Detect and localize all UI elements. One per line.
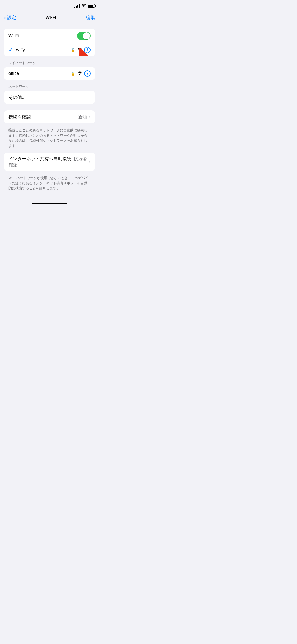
auto-join-chevron-icon: › [89,159,91,165]
office-network-icons: 🔒 i [71,70,91,77]
ask-to-join-chevron-icon: › [89,114,91,120]
svg-point-1 [79,50,80,51]
back-button[interactable]: ‹ 設定 [4,15,16,21]
ask-to-join-value-container: 通知 › [78,114,91,120]
ask-to-join-description: 接続したことのあるネットワークに自動的に接続します。接続したことのあるネットワー… [4,126,95,153]
connected-network-info-button[interactable]: i [84,47,91,53]
edit-button[interactable]: 編集 [86,15,95,21]
wifi-toggle-row: Wi-Fi [4,29,95,43]
my-networks-header: マイネットワーク [4,58,95,67]
connected-network-row[interactable]: ✓ wiffy 🔒 i [4,43,95,56]
other-networks-label: その他... [8,94,91,100]
wifi-toggle-switch[interactable] [77,32,91,40]
connected-network-icons: 🔒 i [71,47,91,53]
wifi-signal-icon [77,48,82,52]
home-indicator [32,203,67,204]
other-networks-card: その他... [4,91,95,104]
office-network-name: office [8,71,71,76]
ask-to-join-card: 接続を確認 通知 › [4,110,95,123]
toggle-knob [83,32,90,39]
wifi-toggle-card: Wi-Fi ✓ wiffy 🔒 i [4,29,95,56]
back-chevron-icon: ‹ [4,15,6,20]
office-network-row[interactable]: office 🔒 i [4,67,95,80]
other-networks-header: ネットワーク [4,82,95,91]
back-label: 設定 [7,15,16,21]
navigation-bar: ‹ 設定 Wi-Fi 編集 [0,12,99,23]
lock-icon: 🔒 [71,48,75,52]
wifi-status-icon [82,3,86,8]
ask-to-join-value: 通知 [78,114,87,120]
office-lock-icon: 🔒 [71,71,75,76]
page-title: Wi-Fi [45,15,56,20]
battery-icon [88,4,95,8]
status-bar [0,0,99,12]
office-wifi-signal-icon [77,71,82,76]
content-area: Wi-Fi ✓ wiffy 🔒 i [0,23,99,195]
signal-bars-icon [74,4,80,8]
ask-to-join-row[interactable]: 接続を確認 通知 › [4,110,95,123]
svg-point-3 [79,74,80,75]
office-network-info-button[interactable]: i [84,70,91,77]
svg-point-0 [83,6,84,7]
wifi-toggle-label: Wi-Fi [8,33,77,39]
auto-join-label: インターネット共有へ自動接続 接続を確認 [8,156,89,168]
other-networks-row[interactable]: その他... [4,91,95,104]
auto-join-card: インターネット共有へ自動接続 接続を確認 › [4,153,95,171]
auto-join-main-label: インターネット共有へ自動接続 [8,156,71,161]
connected-network-name: wiffy [16,47,71,53]
auto-join-description: Wi-Fiネットワークが使用できないとき、このデバイスの近くにあるインターネット… [4,173,95,195]
my-networks-card: office 🔒 i [4,67,95,80]
ask-to-join-label: 接続を確認 [8,114,78,120]
auto-join-row[interactable]: インターネット共有へ自動接続 接続を確認 › [4,153,95,171]
checkmark-icon: ✓ [8,47,13,53]
